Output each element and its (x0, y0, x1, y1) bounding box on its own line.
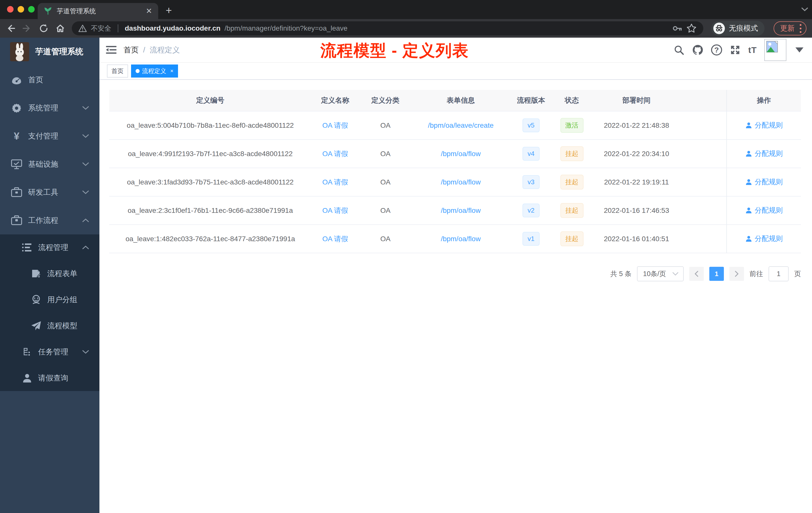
deploy-time: 2022-01-22 20:34:10 (591, 140, 682, 168)
bookmark-star-icon[interactable] (686, 23, 697, 34)
kebab-menu-icon[interactable] (800, 24, 802, 33)
sidebar-item-home[interactable]: 首页 (0, 66, 99, 94)
help-icon[interactable]: ? (711, 44, 722, 56)
browser-menu[interactable]: 更新 (774, 21, 807, 35)
goto-page-input[interactable] (768, 266, 789, 281)
forward-icon[interactable] (22, 23, 32, 33)
screen: 芋道管理系统 ✕ + 不安全 dashboard.yudao.iocoder.c… (0, 0, 812, 513)
table-row: oa_leave:5:004b710b-7b8a-11ec-8ef0-acde4… (109, 111, 801, 140)
definition-name-link[interactable]: OA 请假 (322, 235, 348, 243)
sidebar-item-workflow[interactable]: 工作流程 (0, 206, 99, 234)
deploy-time: 2022-01-22 19:19:11 (591, 168, 682, 196)
deploy-time: 2022-01-22 21:48:38 (591, 111, 682, 140)
home-icon[interactable] (55, 23, 65, 33)
minimize-window-button[interactable] (18, 6, 24, 12)
form-link[interactable]: /bpm/oa/flow (441, 235, 481, 243)
browser-tab[interactable]: 芋道管理系统 ✕ (38, 3, 158, 19)
url-path: /bpm/manager/definition?key=oa_leave (225, 24, 348, 32)
sidebar-item-process-management[interactable]: 流程管理 (0, 234, 99, 261)
hamburger-icon[interactable] (99, 46, 123, 55)
assign-rule-link[interactable]: 分配规则 (745, 177, 783, 187)
definition-category: OA (359, 168, 412, 196)
assign-rule-link[interactable]: 分配规则 (745, 234, 783, 243)
definition-id: oa_leave:5:004b710b-7b8a-11ec-8ef0-acde4… (109, 111, 311, 140)
browser-toolbar: 不安全 dashboard.yudao.iocoder.cn/bpm/manag… (0, 19, 812, 38)
update-label[interactable]: 更新 (780, 23, 795, 33)
status-badge: 挂起 (560, 175, 583, 189)
assign-rule-link[interactable]: 分配规则 (745, 120, 783, 130)
form-link[interactable]: /bpm/oa/flow (441, 178, 481, 186)
incognito-badge: 无痕模式 (711, 21, 764, 36)
user-group-icon (29, 295, 43, 305)
chevron-down-icon (82, 133, 89, 139)
sidebar-item-payment[interactable]: ¥ 支付管理 (0, 122, 99, 150)
assign-rule-link[interactable]: 分配规则 (745, 206, 783, 215)
fullscreen-icon[interactable] (730, 44, 741, 56)
tag-home[interactable]: 首页 (107, 64, 128, 78)
sidebar-item-system[interactable]: 系统管理 (0, 94, 99, 122)
definition-id: oa_leave:4:991f2193-7b7f-11ec-a3c8-acde4… (109, 140, 311, 168)
sidebar-item-process-form[interactable]: 流程表单 (0, 261, 99, 286)
new-tab-button[interactable]: + (166, 5, 172, 16)
password-key-icon[interactable] (672, 23, 682, 33)
logo-avatar (10, 42, 29, 61)
yen-icon: ¥ (9, 130, 24, 142)
page-number-button[interactable]: 1 (709, 267, 724, 281)
maximize-window-button[interactable] (28, 6, 35, 12)
reload-icon[interactable] (39, 23, 49, 33)
deploy-time: 2022-01-16 17:46:53 (591, 196, 682, 224)
tag-process-definition[interactable]: 流程定义 × (131, 64, 178, 78)
sidebar-item-task-management[interactable]: 任务管理 (0, 339, 99, 365)
next-page-button[interactable] (729, 267, 744, 281)
sidebar-item-devtools[interactable]: 研发工具 (0, 178, 99, 206)
definition-name-link[interactable]: OA 请假 (322, 178, 348, 186)
security-label[interactable]: 不安全 (91, 24, 111, 33)
page-size-select[interactable]: 10条/页 (637, 266, 684, 281)
navbar-actions: ? tT (673, 39, 812, 61)
prev-page-button[interactable] (689, 267, 704, 281)
sidebar-item-process-model[interactable]: 流程模型 (0, 313, 99, 339)
definition-name-link[interactable]: OA 请假 (322, 150, 348, 158)
search-icon[interactable] (673, 44, 685, 56)
chevron-down-icon (82, 162, 89, 167)
avatar[interactable] (764, 39, 786, 61)
version-badge: v3 (522, 175, 539, 189)
page-unit: 页 (794, 269, 801, 278)
sidebar-item-infrastructure[interactable]: 基础设施 (0, 150, 99, 178)
paper-plane-icon (29, 321, 43, 331)
definition-id: oa_leave:3:1fad3d93-7b75-11ec-a3c8-acde4… (109, 168, 311, 196)
tree-list-icon (20, 243, 34, 252)
url-bar[interactable]: 不安全 dashboard.yudao.iocoder.cn/bpm/manag… (72, 21, 703, 35)
github-icon[interactable] (692, 44, 703, 56)
form-link[interactable]: /bpm/oa/leave/create (428, 121, 494, 129)
favicon-sprout-icon (44, 7, 52, 15)
font-size-icon[interactable]: tT (748, 45, 757, 55)
definition-name-link[interactable]: OA 请假 (322, 121, 348, 129)
tab-close-icon[interactable]: ✕ (146, 7, 152, 15)
definition-id: oa_leave:1:482ec033-762a-11ec-8477-a2380… (109, 224, 311, 253)
sidebar-item-leave-query[interactable]: 请假查询 (0, 365, 99, 391)
chevron-up-icon (82, 218, 89, 223)
table-row: oa_leave:3:1fad3d93-7b75-11ec-a3c8-acde4… (109, 168, 801, 196)
security-warning-icon[interactable] (78, 25, 87, 32)
deploy-time: 2022-01-16 01:40:51 (591, 224, 682, 253)
briefcase-icon (9, 215, 24, 225)
chevron-down-icon (82, 350, 89, 354)
definition-name-link[interactable]: OA 请假 (322, 207, 348, 214)
breadcrumb-home[interactable]: 首页 (123, 45, 139, 55)
tab-search-caret-icon[interactable] (801, 6, 809, 12)
avatar-caret-icon[interactable] (795, 48, 804, 53)
assign-rule-link[interactable]: 分配规则 (745, 149, 783, 158)
sidebar-item-user-group[interactable]: 用户分组 (0, 286, 99, 313)
back-icon[interactable] (5, 23, 16, 33)
page-annotation: 流程模型 - 定义列表 (320, 40, 469, 61)
browser-tabstrip: 芋道管理系统 ✕ + (0, 0, 812, 19)
gear-icon (9, 102, 24, 114)
active-dot (136, 69, 140, 73)
form-link[interactable]: /bpm/oa/flow (441, 150, 481, 158)
close-window-button[interactable] (7, 6, 13, 12)
tag-close-icon[interactable]: × (170, 68, 174, 74)
form-link[interactable]: /bpm/oa/flow (441, 207, 481, 214)
definition-category: OA (359, 196, 412, 224)
status-badge: 挂起 (560, 203, 583, 218)
